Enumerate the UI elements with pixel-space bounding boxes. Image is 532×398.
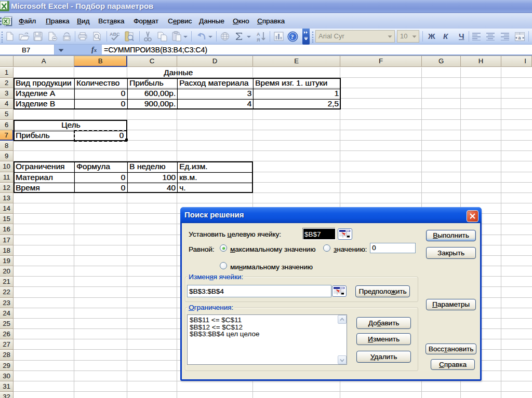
svg-text:?: ? xyxy=(291,33,294,40)
svg-text:Я: Я xyxy=(257,37,260,42)
svg-text:a: a xyxy=(518,35,521,40)
svg-text:ABC: ABC xyxy=(110,32,120,37)
svg-text:А: А xyxy=(257,32,260,37)
